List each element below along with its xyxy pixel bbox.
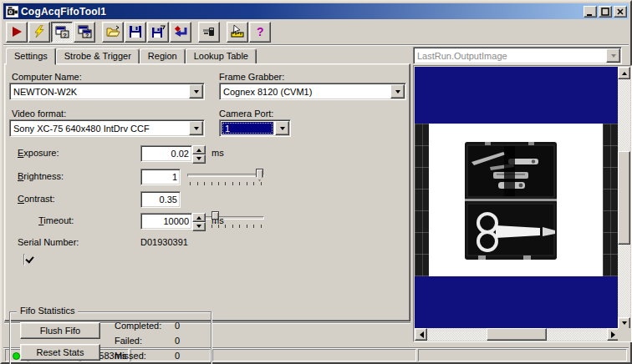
tab-lookup-table[interactable]: Lookup Table <box>186 48 257 64</box>
svg-text:?: ? <box>63 32 67 39</box>
tab-label: Region <box>148 51 177 61</box>
svg-text:?: ? <box>257 25 264 38</box>
reset-stats-button[interactable]: Reset Stats <box>20 344 100 361</box>
chevron-down-icon[interactable] <box>390 84 405 99</box>
scroll-up-button[interactable] <box>618 67 630 79</box>
video-format-select[interactable]: Sony XC-75 640x480 IntDrv CCF <box>9 119 205 137</box>
flush-fifo-button[interactable]: Flush Fifo <box>20 322 100 339</box>
serial-number-value: D01930391 <box>140 237 188 247</box>
timeout-label: Timeout: <box>38 215 74 225</box>
close-button[interactable] <box>614 6 627 18</box>
horizontal-scrollbar[interactable] <box>415 328 619 341</box>
help-icon: ? <box>253 25 267 38</box>
brightness-slider[interactable] <box>187 168 264 188</box>
tab-bar: Settings Strobe & Trigger Region Lookup … <box>6 48 257 64</box>
tab-settings[interactable]: Settings <box>6 48 56 65</box>
copy-display-button[interactable]: ? <box>74 22 95 43</box>
maximize-icon <box>601 8 610 17</box>
horizontal-scroll-thumb[interactable] <box>487 328 547 341</box>
app-window: CogAcqFifoTool1 ? <box>0 0 632 364</box>
tab-region[interactable]: Region <box>140 48 186 64</box>
svg-text:?: ? <box>85 33 89 38</box>
serial-number-label: Serial Number: <box>18 237 79 247</box>
image-selector-value: LastRun.OutputImage <box>414 51 606 61</box>
close-icon <box>616 8 625 17</box>
maximize-button[interactable] <box>599 6 612 18</box>
spin-down-icon[interactable] <box>192 222 206 231</box>
camera-icon <box>202 25 217 38</box>
spin-down-icon[interactable] <box>192 154 206 164</box>
exposure-spinner[interactable] <box>192 145 206 162</box>
image-panel: LastRun.OutputImage <box>413 47 632 342</box>
minimize-icon <box>586 8 595 17</box>
frame-grabber-value: Cognex 8120 (CVM1) <box>220 87 390 97</box>
camera-port-select[interactable]: 1 <box>219 119 291 137</box>
tab-label: Settings <box>14 51 48 61</box>
exposure-label: Exposure: <box>18 148 59 158</box>
brightness-input[interactable]: 1 <box>140 169 181 185</box>
tab-label: Lookup Table <box>194 51 248 61</box>
fifo-statistics-title: Fifo Statistics <box>17 306 78 316</box>
trigger-button[interactable] <box>28 22 50 43</box>
vertical-scrollbar[interactable] <box>618 67 630 330</box>
image-display-icon: ? <box>55 25 69 38</box>
status-empty-panel <box>418 349 627 361</box>
scrollbar-corner <box>618 328 630 341</box>
computer-name-select[interactable]: NEWTON-W2K <box>9 83 205 100</box>
trigger-icon <box>33 25 46 38</box>
run-button[interactable] <box>6 22 28 43</box>
exposure-input[interactable]: 0.02 <box>140 145 192 162</box>
timeout-unit: ms <box>212 215 224 225</box>
image-left-edge <box>415 124 429 276</box>
settings-page: Computer Name: NEWTON-W2K Frame Grabber:… <box>4 63 410 321</box>
minimize-button[interactable] <box>584 6 597 18</box>
window-title: CogAcqFifoTool1 <box>21 6 582 18</box>
camera-port-value: 1 <box>222 122 273 134</box>
help-button[interactable]: ? <box>249 22 271 43</box>
run-icon <box>10 25 23 38</box>
measure-icon <box>231 25 245 38</box>
spin-up-icon[interactable] <box>192 213 206 222</box>
timeout-input[interactable]: 10000 <box>140 213 192 230</box>
chevron-down-icon[interactable] <box>275 121 289 135</box>
scroll-left-button[interactable] <box>415 328 427 341</box>
measure-button[interactable] <box>227 22 248 43</box>
status-empty-panel <box>212 349 416 361</box>
slider-thumb[interactable] <box>256 169 263 181</box>
revert-button[interactable] <box>170 22 191 43</box>
open-button[interactable] <box>102 22 124 43</box>
timeout-spinner[interactable] <box>192 213 206 230</box>
save-as-icon <box>151 25 166 38</box>
image-selector[interactable]: LastRun.OutputImage <box>413 47 622 64</box>
camera-port-label: Camera Port: <box>219 109 273 119</box>
exposure-unit: ms <box>212 148 224 158</box>
toolbar: ? ? <box>3 19 629 45</box>
missed-label: Missed: <box>115 351 146 361</box>
frame-grabber-select[interactable]: Cognex 8120 (CVM1) <box>219 83 406 100</box>
frame-grabber-label: Frame Grabber: <box>219 72 284 82</box>
tab-label: Strobe & Trigger <box>64 51 131 61</box>
vertical-scroll-thumb[interactable] <box>618 151 630 245</box>
video-format-label: Video format: <box>12 109 66 119</box>
fifo-statistics-group: Fifo Statistics Flush Fifo Reset Stats C… <box>9 311 212 364</box>
computer-name-value: NEWTON-W2K <box>10 87 189 97</box>
contrast-input[interactable]: 0.35 <box>140 191 181 208</box>
acquired-image <box>415 124 619 276</box>
timeout-checkbox[interactable] <box>23 254 25 265</box>
chevron-down-icon[interactable] <box>189 121 203 135</box>
title-bar: CogAcqFifoTool1 <box>3 3 629 19</box>
video-format-value: Sony XC-75 640x480 IntDrv CCF <box>10 124 189 134</box>
spin-up-icon[interactable] <box>192 145 206 154</box>
image-display-button[interactable]: ? <box>51 22 73 43</box>
save-as-button[interactable] <box>147 22 169 43</box>
manicure-set-photo <box>465 142 558 260</box>
save-button[interactable] <box>125 22 146 43</box>
missed-value: 0 <box>175 351 180 361</box>
copy-display-icon: ? <box>78 25 92 38</box>
failed-label: Failed: <box>115 336 142 346</box>
chevron-down-icon[interactable] <box>189 84 203 99</box>
save-icon <box>129 25 142 38</box>
tab-strobe-trigger[interactable]: Strobe & Trigger <box>56 48 140 64</box>
computer-name-label: Computer Name: <box>12 72 82 82</box>
camera-button[interactable] <box>198 22 220 43</box>
